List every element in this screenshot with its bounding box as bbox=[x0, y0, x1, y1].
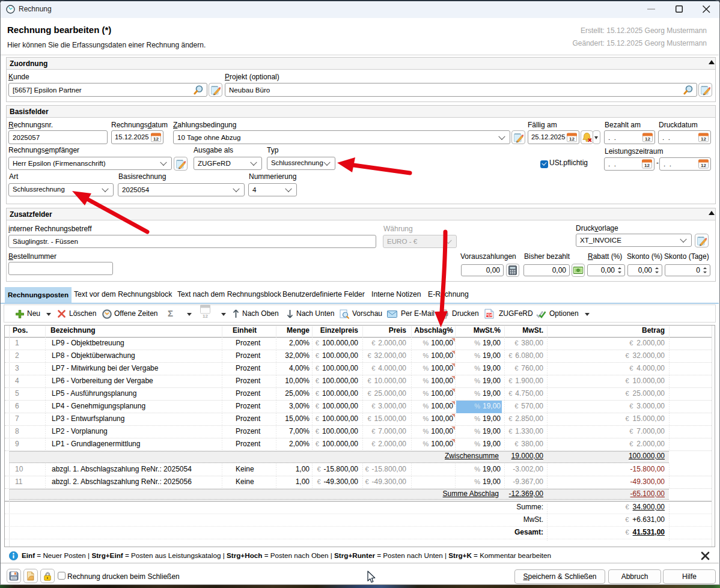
svg-text:PDF: PDF bbox=[486, 313, 493, 317]
